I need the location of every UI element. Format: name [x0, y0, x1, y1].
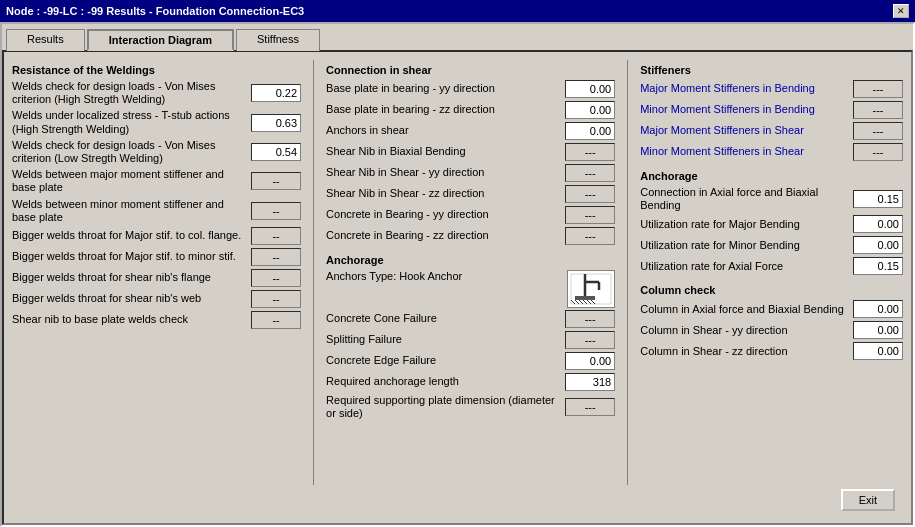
column-divider-2: [627, 60, 628, 485]
content-area: Resistance of the Weldings Welds check f…: [2, 50, 913, 525]
right-section-title-2: Anchorage: [640, 170, 903, 182]
table-row: Column in Shear - yy direction 0.00: [640, 321, 903, 339]
tab-interaction-diagram[interactable]: Interaction Diagram: [87, 29, 234, 51]
row-label: Connection in Axial force and Biaxial Be…: [640, 186, 853, 212]
table-row: Column in Axial force and Biaxial Bendin…: [640, 300, 903, 318]
table-row: Shear Nib in Shear - yy direction ---: [326, 164, 615, 182]
anchor-type-row: Anchors Type: Hook Anchor: [326, 270, 615, 308]
value-box: ---: [565, 185, 615, 203]
row-label: Welds between minor moment stiffener and…: [12, 198, 251, 224]
main-window: Results Interaction Diagram Stiffness Re…: [0, 22, 915, 527]
table-row: Required anchorage length 318: [326, 373, 615, 391]
title-bar: Node : -99-LC : -99 Results - Foundation…: [0, 0, 915, 22]
row-label: Anchors in shear: [326, 124, 565, 137]
row-label: Major Moment Stiffeners in Bending: [640, 82, 853, 95]
value-box: 318: [565, 373, 615, 391]
middle-section-title-2: Anchorage: [326, 254, 615, 266]
row-label: Shear nib to base plate welds check: [12, 313, 251, 326]
table-row: Utilization rate for Minor Bending 0.00: [640, 236, 903, 254]
value-box: ---: [853, 143, 903, 161]
table-row: Utilization rate for Major Bending 0.00: [640, 215, 903, 233]
value-box: ---: [853, 122, 903, 140]
table-row: Base plate in bearing - zz direction 0.0…: [326, 101, 615, 119]
value-box: 0.00: [853, 342, 903, 360]
table-row: Anchors in shear 0.00: [326, 122, 615, 140]
row-label: Column in Axial force and Biaxial Bendin…: [640, 303, 853, 316]
row-label: Bigger welds throat for shear nib's web: [12, 292, 251, 305]
table-row: Bigger welds throat for Major stif. to c…: [12, 227, 301, 245]
table-row: Column in Shear - zz direction 0.00: [640, 342, 903, 360]
close-button[interactable]: ✕: [893, 4, 909, 18]
value-box: ---: [565, 164, 615, 182]
value-box: ---: [565, 331, 615, 349]
table-row: Welds check for design loads - Von Mises…: [12, 139, 301, 165]
value-box: 0.54: [251, 143, 301, 161]
value-box: --: [251, 227, 301, 245]
value-box: --: [251, 172, 301, 190]
value-box: --: [251, 269, 301, 287]
table-row: Splitting Failure ---: [326, 331, 615, 349]
value-box: ---: [565, 227, 615, 245]
table-row: Concrete in Bearing - zz direction ---: [326, 227, 615, 245]
svg-rect-2: [575, 296, 595, 300]
row-label: Splitting Failure: [326, 333, 565, 346]
value-box: 0.00: [565, 101, 615, 119]
value-box: 0.15: [853, 190, 903, 208]
table-row: Required supporting plate dimension (dia…: [326, 394, 615, 420]
row-label: Major Moment Stiffeners in Shear: [640, 124, 853, 137]
table-row: Base plate in bearing - yy direction 0.0…: [326, 80, 615, 98]
row-label: Minor Moment Stiffeners in Shear: [640, 145, 853, 158]
row-label: Required anchorage length: [326, 375, 565, 388]
exit-button[interactable]: Exit: [841, 489, 895, 511]
row-label: Bigger welds throat for Major stif. to c…: [12, 229, 251, 242]
row-label: Concrete Edge Failure: [326, 354, 565, 367]
left-column: Resistance of the Weldings Welds check f…: [12, 60, 301, 485]
tab-results[interactable]: Results: [6, 29, 85, 51]
row-label: Shear Nib in Shear - yy direction: [326, 166, 565, 179]
table-row: Bigger welds throat for shear nib's web …: [12, 290, 301, 308]
middle-column: Connection in shear Base plate in bearin…: [326, 60, 615, 485]
row-label: Utilization rate for Minor Bending: [640, 239, 853, 252]
right-column: Stiffeners Major Moment Stiffeners in Be…: [640, 60, 903, 485]
value-box: 0.00: [853, 215, 903, 233]
value-box: --: [251, 248, 301, 266]
row-label: Column in Shear - zz direction: [640, 345, 853, 358]
row-label: Column in Shear - yy direction: [640, 324, 853, 337]
value-box: 0.00: [565, 352, 615, 370]
table-row: Welds between minor moment stiffener and…: [12, 198, 301, 224]
footer: Exit: [12, 485, 903, 515]
row-label: Required supporting plate dimension (dia…: [326, 394, 565, 420]
table-row: Minor Moment Stiffeners in Bending ---: [640, 101, 903, 119]
value-box: --: [251, 290, 301, 308]
table-row: Concrete Edge Failure 0.00: [326, 352, 615, 370]
value-box: 0.63: [251, 114, 301, 132]
row-label: Welds under localized stress - T-stub ac…: [12, 109, 251, 135]
value-box: --: [251, 202, 301, 220]
value-box: ---: [565, 143, 615, 161]
value-box: ---: [565, 398, 615, 416]
right-section-title-3: Column check: [640, 284, 903, 296]
row-label: Shear Nib in Shear - zz direction: [326, 187, 565, 200]
row-label: Utilization rate for Axial Force: [640, 260, 853, 273]
columns-wrapper: Resistance of the Weldings Welds check f…: [12, 60, 903, 485]
table-row: Bigger welds throat for shear nib's flan…: [12, 269, 301, 287]
value-box: 0.00: [853, 236, 903, 254]
row-label: Welds check for design loads - Von Mises…: [12, 139, 251, 165]
row-label: Concrete Cone Failure: [326, 312, 565, 325]
row-label: Base plate in bearing - yy direction: [326, 82, 565, 95]
table-row: Shear Nib in Shear - zz direction ---: [326, 185, 615, 203]
table-row: Shear nib to base plate welds check --: [12, 311, 301, 329]
row-label: Base plate in bearing - zz direction: [326, 103, 565, 116]
row-label: Shear Nib in Biaxial Bending: [326, 145, 565, 158]
tab-stiffness[interactable]: Stiffness: [236, 29, 320, 51]
table-row: Welds under localized stress - T-stub ac…: [12, 109, 301, 135]
row-label: Concrete in Bearing - yy direction: [326, 208, 565, 221]
row-label: Welds between major moment stiffener and…: [12, 168, 251, 194]
table-row: Utilization rate for Axial Force 0.15: [640, 257, 903, 275]
table-row: Bigger welds throat for Major stif. to m…: [12, 248, 301, 266]
row-label: Welds check for design loads - Von Mises…: [12, 80, 251, 106]
right-section-title-1: Stiffeners: [640, 64, 903, 76]
row-label: Concrete in Bearing - zz direction: [326, 229, 565, 242]
row-label: Utilization rate for Major Bending: [640, 218, 853, 231]
value-box: ---: [565, 206, 615, 224]
